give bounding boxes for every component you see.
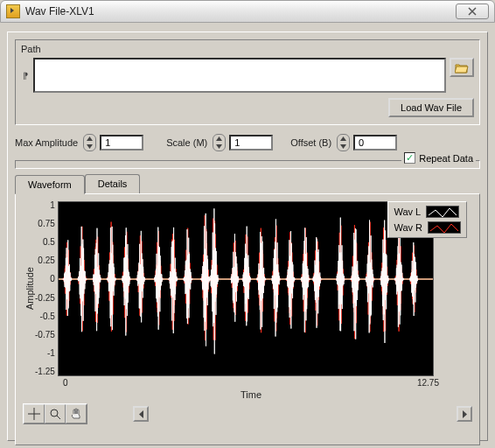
main-panel: Path ⁋ Load Wav File Max Amplitude [7,32,488,441]
title-bar: Wav File-XLV1 [0,0,495,23]
max-amp-stepper[interactable] [83,134,96,151]
legend-row-r[interactable]: Wav R [390,220,464,235]
offset-label: Offset (B) [290,137,331,148]
waveform-plot[interactable] [58,201,434,376]
crosshair-tool[interactable] [24,404,45,424]
chart-tool-group [23,403,87,424]
max-amp-input[interactable] [100,135,143,150]
path-row: ⁋ [21,58,474,93]
max-amp-up[interactable] [84,135,95,143]
browse-button[interactable] [450,58,474,77]
path-label: Path [21,44,474,54]
folder-icon [455,62,469,74]
offset-down[interactable] [338,143,349,150]
y-axis-label: Amplitude [23,201,35,376]
close-icon [468,7,477,16]
y-tick: -1 [35,349,55,358]
scroll-right-button[interactable] [457,406,472,422]
tab-waveform[interactable]: Waveform [15,175,85,194]
legend-swatch-l [426,206,459,218]
repeat-checkbox[interactable] [404,152,415,164]
chart-toolbar [23,403,472,424]
repeat-legend: Repeat Data [401,152,476,164]
pan-tool[interactable] [66,404,87,424]
chevron-down-icon [340,144,346,149]
offset-input[interactable] [353,135,397,150]
x-tick: 12.75 [417,378,439,388]
control-row: Max Amplitude Scale (M) Offset (B) [15,134,480,151]
close-button[interactable] [456,4,489,19]
legend-label-r: Wav R [394,222,422,233]
y-tick: -0.75 [35,331,55,340]
path-handle-icon: ⁋ [21,71,30,80]
chevron-up-icon [216,136,222,141]
scale-up[interactable] [213,135,225,143]
y-tick: 0.25 [35,256,55,265]
scale-down[interactable] [213,143,225,150]
scroll-left-button[interactable] [133,406,149,422]
max-amp-label: Max Amplitude [15,137,78,148]
x-axis-ticks: 0 12.75 [63,378,439,388]
legend-swatch-r [428,221,461,234]
zoom-icon [49,408,61,420]
crosshair-icon [28,408,40,420]
repeat-label: Repeat Data [419,153,473,164]
window-body: Path ⁋ Load Wav File Max Amplitude [0,23,495,448]
chevron-down-icon [216,144,222,149]
chevron-down-icon [87,144,93,149]
y-axis-ticks: 1 0.75 0.5 0.25 0 -0.25 -0.5 -0.75 -1 -1… [35,201,58,376]
hand-icon [70,408,82,420]
load-wav-button[interactable]: Load Wav File [388,98,474,117]
app-icon [6,4,20,18]
y-tick: -0.25 [35,294,55,303]
offset-up[interactable] [338,135,349,143]
x-tick: 0 [63,378,68,388]
max-amp-down[interactable] [84,143,95,150]
tab-details[interactable]: Details [85,174,141,193]
offset-stepper[interactable] [337,134,350,151]
chevron-up-icon [87,136,93,141]
tab-bar: Waveform Details [15,174,480,193]
load-row: Load Wav File [21,98,474,117]
chart-legend: Wav L Wav R [387,201,467,238]
path-input[interactable] [33,58,446,93]
chevron-right-icon [462,410,468,418]
y-tick: -0.5 [35,312,55,321]
y-tick: 0.5 [35,238,55,247]
legend-label-l: Wav L [394,206,421,217]
chevron-left-icon [138,410,144,418]
y-tick: 0 [35,275,55,284]
zoom-tool[interactable] [45,404,66,424]
window-title: Wav File-XLV1 [25,5,94,18]
path-group: Path ⁋ Load Wav File [15,39,480,125]
legend-row-l[interactable]: Wav L [390,204,464,220]
y-tick: -1.25 [35,368,55,376]
scale-input[interactable] [229,135,273,150]
tab-content-waveform: Wav L Wav R Amplitude 1 0.75 0. [15,193,480,445]
scale-stepper[interactable] [213,134,226,151]
scale-label: Scale (M) [166,137,207,148]
svg-point-1 [51,410,58,416]
y-tick: 1 [35,201,55,210]
chevron-up-icon [340,136,346,141]
repeat-fieldset: Repeat Data [15,160,480,169]
y-tick: 0.75 [35,220,55,228]
x-axis-label: Time [63,389,439,400]
